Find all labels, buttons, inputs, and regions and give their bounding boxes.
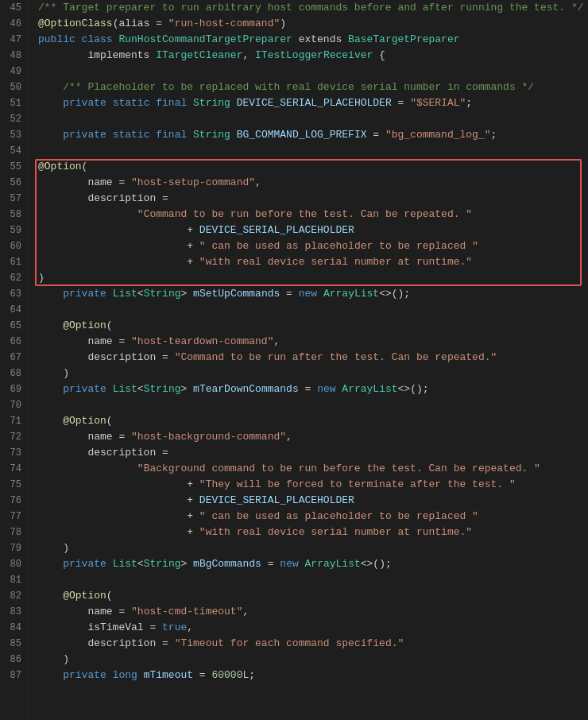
code-line-77: + " can be used as placeholder to be rep… [38, 509, 588, 525]
code-line-78: + "with real device serial number at run… [38, 525, 588, 540]
highlighted-option-block: @Option( name = "host-setup-command", de… [38, 159, 588, 286]
code-line-86: ) [38, 652, 588, 668]
code-line-49 [38, 64, 588, 79]
code-line-61: + "with real device serial number at run… [38, 254, 588, 270]
code-line-50: /** Placeholder to be replaced with real… [38, 79, 588, 95]
code-line-81 [38, 572, 588, 588]
code-line-71: @Option( [38, 413, 588, 429]
code-line-85: description = "Timeout for each command … [38, 636, 588, 652]
code-line-54 [38, 143, 588, 159]
code-line-52 [38, 111, 588, 127]
code-line-57: description = [38, 191, 588, 207]
code-line-62: ) [38, 270, 588, 286]
code-line-79: ) [38, 540, 588, 556]
code-line-46: @OptionClass(alias = "run-host-command") [38, 16, 588, 32]
code-line-51: private static final String DEVICE_SERIA… [38, 95, 588, 111]
code-line-87: private long mTimeout = 60000L; [38, 668, 588, 683]
code-line-70 [38, 397, 588, 413]
code-line-60: + " can be used as placeholder to be rep… [38, 238, 588, 254]
code-line-63: private List<String> mSetUpCommands = ne… [38, 286, 588, 302]
code-line-75: + "They will be forced to terminate afte… [38, 477, 588, 493]
code-line-73: description = [38, 445, 588, 461]
code-line-76: + DEVICE_SERIAL_PLACEHOLDER [38, 493, 588, 509]
code-line-59: + DEVICE_SERIAL_PLACEHOLDER [38, 223, 588, 238]
code-line-69: private List<String> mTearDownCommands =… [38, 381, 588, 397]
code-line-56: name = "host-setup-command", [38, 175, 588, 191]
code-line-80: private List<String> mBgCommands = new A… [38, 556, 588, 572]
code-line-55: @Option( [38, 159, 588, 175]
line-numbers: 45 46 47 48 49 50 51 52 53 54 55 56 57 5… [0, 0, 29, 720]
code-line-84: isTimeVal = true, [38, 620, 588, 636]
code-line-48: implements ITargetCleaner, ITestLoggerRe… [38, 48, 588, 64]
code-line-45: /** Target preparer to run arbitrary hos… [38, 0, 588, 16]
code-editor: 45 46 47 48 49 50 51 52 53 54 55 56 57 5… [0, 0, 588, 720]
code-line-82: @Option( [38, 588, 588, 604]
code-line-53: private static final String BG_COMMAND_L… [38, 127, 588, 143]
code-line-67: description = "Command to be run after t… [38, 350, 588, 366]
code-line-58: "Command to be run before the test. Can … [38, 207, 588, 223]
code-line-74: "Background command to be run before the… [38, 461, 588, 477]
code-line-68: ) [38, 366, 588, 381]
code-line-47: public class RunHostCommandTargetPrepare… [38, 32, 588, 48]
code-line-83: name = "host-cmd-timeout", [38, 604, 588, 620]
code-line-64 [38, 302, 588, 318]
code-content: /** Target preparer to run arbitrary hos… [29, 0, 588, 720]
code-line-66: name = "host-teardown-command", [38, 334, 588, 350]
code-line-72: name = "host-background-command", [38, 429, 588, 445]
code-line-65: @Option( [38, 318, 588, 334]
